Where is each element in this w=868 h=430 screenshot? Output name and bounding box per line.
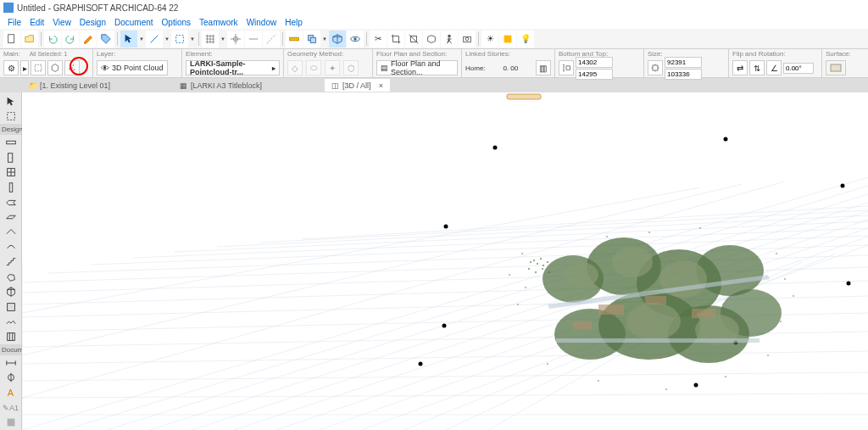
cut-icon[interactable]: ✂	[370, 31, 387, 47]
shell-tool-icon[interactable]	[2, 240, 20, 255]
story-icon[interactable]: ▥	[536, 60, 551, 75]
menu-document[interactable]: Document	[110, 18, 158, 27]
cube-icon: ◫	[331, 81, 340, 90]
layer-dropdown[interactable]: 3D Point Cloud	[97, 60, 168, 75]
pointcloud-object-icon[interactable]	[64, 60, 80, 75]
menu-view[interactable]: View	[48, 18, 75, 27]
line-icon[interactable]	[146, 31, 163, 47]
roof-tool-icon[interactable]	[2, 225, 20, 240]
dropdown-icon[interactable]: ▼	[321, 31, 328, 47]
size-y-input[interactable]	[665, 69, 702, 80]
menu-design[interactable]: Design	[75, 18, 110, 27]
bottom-input[interactable]	[576, 57, 613, 68]
tab-existing-level[interactable]: 📁 [1. Existing Level 01]	[22, 79, 117, 92]
tab-titleblock[interactable]: ▦ [LARKI A3 Titleblock]	[173, 79, 269, 92]
beam-tool-icon[interactable]	[2, 195, 20, 210]
section-icon[interactable]	[405, 31, 422, 47]
svg-rect-27	[6, 141, 15, 144]
svg-rect-112	[573, 321, 592, 329]
new-icon[interactable]	[3, 31, 20, 47]
camera-icon[interactable]	[459, 31, 476, 47]
object-tool-icon[interactable]	[2, 285, 20, 300]
dropdown-icon[interactable]: ▼	[220, 31, 226, 47]
select-icon[interactable]	[31, 60, 46, 75]
menubar: File Edit View Design Document Options T…	[0, 15, 868, 29]
slab-tool-icon[interactable]	[2, 209, 20, 225]
dropdown-icon[interactable]: ▼	[189, 31, 196, 47]
arrow-right-icon[interactable]: ▸	[20, 60, 29, 75]
svg-point-115	[517, 304, 519, 305]
menu-options[interactable]: Options	[158, 18, 195, 27]
svg-point-89	[540, 258, 542, 260]
morph-tool-icon[interactable]	[2, 270, 20, 285]
rotation-input[interactable]	[783, 63, 814, 74]
orbit-icon[interactable]	[347, 31, 364, 47]
text-tool-icon[interactable]: A	[2, 385, 20, 400]
marquee-tool-icon[interactable]	[2, 109, 20, 125]
flip-v-icon[interactable]: ⇅	[749, 60, 765, 75]
linked-val: 0. 00	[503, 64, 518, 72]
point-cloud-object[interactable]	[497, 194, 810, 430]
dimension-tool-icon[interactable]	[2, 355, 20, 371]
window-tool-icon[interactable]	[2, 165, 20, 181]
label-tool-icon[interactable]: ✎A1	[2, 400, 20, 416]
viewport-3d[interactable]	[22, 92, 868, 430]
walk-icon[interactable]	[441, 31, 458, 47]
tab-3d-all[interactable]: ◫ [3D / All] ×	[325, 79, 390, 92]
size-x-input[interactable]	[665, 57, 702, 68]
svg-point-127	[699, 227, 701, 229]
arrow-select-icon[interactable]	[120, 31, 137, 47]
door-tool-icon[interactable]	[2, 150, 20, 165]
render-icon[interactable]	[499, 31, 516, 47]
sun-icon[interactable]: ☀	[481, 31, 498, 47]
app-doc-icon	[3, 3, 14, 13]
stair-tool-icon[interactable]	[2, 254, 20, 270]
fill-tool-icon[interactable]	[2, 416, 20, 431]
arrow-tool-icon[interactable]	[2, 94, 20, 109]
pencil-icon[interactable]	[80, 31, 97, 47]
floorplan-dropdown[interactable]: ▤ Floor Plan and Section...	[376, 60, 458, 75]
redo-icon[interactable]	[62, 31, 79, 47]
marquee-icon[interactable]	[171, 31, 188, 47]
size-icon[interactable]	[648, 60, 663, 75]
menu-edit[interactable]: Edit	[25, 18, 48, 27]
dropdown-icon[interactable]: ▼	[164, 31, 170, 47]
top-input[interactable]	[576, 69, 613, 80]
box-icon[interactable]	[423, 31, 440, 47]
separator-icon	[282, 32, 283, 46]
element-btn-icon[interactable]	[47, 60, 63, 75]
mesh-tool-icon[interactable]	[2, 315, 20, 330]
construct-icon[interactable]	[263, 31, 280, 47]
menu-file[interactable]: File	[3, 18, 25, 27]
menu-help[interactable]: Help	[281, 18, 307, 27]
snap-icon[interactable]	[227, 31, 244, 47]
flip-h-icon[interactable]: ⇄	[732, 60, 748, 75]
menu-window[interactable]: Window	[242, 18, 281, 27]
view3d-icon[interactable]	[329, 31, 346, 47]
dropdown-icon[interactable]: ▼	[138, 31, 145, 47]
layout-icon: ▦	[180, 81, 188, 90]
svg-point-92	[528, 268, 530, 270]
menu-teamwork[interactable]: Teamwork	[195, 18, 242, 27]
grid-icon[interactable]	[202, 31, 219, 47]
element-name-field[interactable]: LARKI-Sample-Pointcloud-tr... ▸	[186, 60, 280, 75]
dropdown-icon[interactable]: ▸	[272, 64, 275, 72]
curtain-tool-icon[interactable]	[2, 329, 20, 344]
open-icon[interactable]	[21, 31, 38, 47]
crop-icon[interactable]	[387, 31, 404, 47]
undo-icon[interactable]	[44, 31, 61, 47]
close-icon[interactable]: ×	[379, 81, 383, 90]
lamp-icon[interactable]: 💡	[517, 31, 534, 47]
surface-button[interactable]	[826, 60, 846, 75]
zone-tool-icon[interactable]	[2, 299, 20, 315]
tag-icon[interactable]	[97, 31, 114, 47]
elevation-icon[interactable]	[559, 60, 574, 75]
settings-icon[interactable]: ⚙	[3, 60, 19, 75]
measure-icon[interactable]	[286, 31, 303, 47]
guide-icon[interactable]	[245, 31, 262, 47]
trace-icon[interactable]	[303, 31, 320, 47]
wall-tool-icon[interactable]	[2, 135, 20, 150]
info-fliprotation-label: Flip and Rotation:	[732, 50, 818, 59]
level-dim-tool-icon[interactable]	[2, 371, 20, 386]
column-tool-icon[interactable]	[2, 180, 20, 195]
